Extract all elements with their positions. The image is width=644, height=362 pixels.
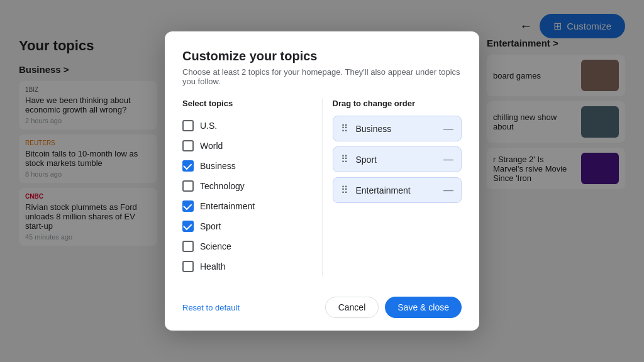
topic-label-us: U.S.: [200, 121, 217, 131]
drag-item-label-entertainment: Entertainment: [356, 185, 439, 195]
footer-buttons: Cancel Save & close: [325, 297, 462, 318]
topics-list-panel: Select topics U.S. World Business Techno…: [182, 99, 322, 277]
topic-checkbox-sport[interactable]: [182, 221, 194, 232]
topic-label-world: World: [200, 141, 223, 151]
modal-body: Select topics U.S. World Business Techno…: [182, 99, 462, 277]
topic-label-technology: Technology: [200, 181, 245, 191]
modal-footer: Reset to default Cancel Save & close: [182, 289, 462, 318]
drag-order-panel: Drag to change order ⠿ Business — ⠿ Spor…: [322, 99, 462, 277]
drag-handle-icon-sport: ⠿: [341, 153, 348, 165]
topic-checkbox-us[interactable]: [182, 120, 194, 131]
topic-label-health: Health: [200, 261, 225, 272]
topic-checkbox-business[interactable]: [182, 160, 194, 172]
topic-item-science[interactable]: Science: [182, 236, 312, 256]
drag-handle-icon-entertainment: ⠿: [341, 184, 348, 196]
drag-item-dash-entertainment: —: [443, 185, 453, 196]
save-close-button[interactable]: Save & close: [385, 297, 462, 318]
modal-overlay: Customize your topics Choose at least 2 …: [0, 0, 644, 362]
drag-item-label-sport: Sport: [356, 155, 439, 165]
topic-item-sport[interactable]: Sport: [182, 216, 312, 236]
topic-label-entertainment: Entertainment: [200, 201, 255, 211]
drag-item-business[interactable]: ⠿ Business —: [333, 116, 462, 141]
drag-item-dash-sport: —: [443, 154, 453, 165]
topic-checkbox-health[interactable]: [182, 261, 194, 272]
modal-title: Customize your topics: [182, 49, 462, 63]
topic-label-science: Science: [200, 241, 231, 251]
topic-label-business: Business: [200, 161, 236, 171]
topic-item-entertainment[interactable]: Entertainment: [182, 196, 312, 216]
drag-order-header: Drag to change order: [333, 99, 462, 108]
drag-item-entertainment[interactable]: ⠿ Entertainment —: [333, 177, 462, 203]
topic-label-sport: Sport: [200, 221, 221, 231]
drag-item-label-business: Business: [356, 124, 439, 134]
drag-item-sport[interactable]: ⠿ Sport —: [333, 146, 462, 172]
modal-subtitle: Choose at least 2 topics for your homepa…: [182, 67, 462, 86]
drag-handle-icon-business: ⠿: [341, 123, 348, 134]
topic-checkbox-technology[interactable]: [182, 180, 194, 192]
topic-checkbox-world[interactable]: [182, 140, 194, 151]
topic-checkbox-entertainment[interactable]: [182, 200, 194, 212]
topic-item-business[interactable]: Business: [182, 156, 312, 176]
topic-item-health[interactable]: Health: [182, 256, 312, 277]
topic-item-technology[interactable]: Technology: [182, 176, 312, 196]
select-topics-header: Select topics: [182, 99, 312, 108]
topic-item-us[interactable]: U.S.: [182, 116, 312, 136]
reset-to-default-button[interactable]: Reset to default: [182, 303, 240, 312]
topic-item-world[interactable]: World: [182, 136, 312, 156]
customize-topics-modal: Customize your topics Choose at least 2 …: [165, 31, 479, 331]
cancel-button[interactable]: Cancel: [325, 297, 379, 318]
drag-item-dash-business: —: [443, 123, 453, 134]
topic-checkbox-science[interactable]: [182, 241, 194, 252]
